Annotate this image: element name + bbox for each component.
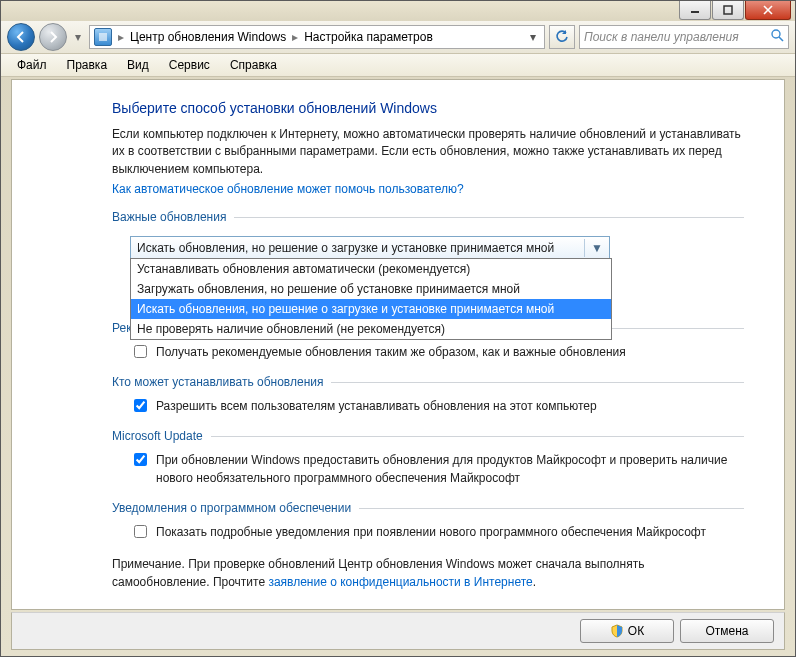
- menu-tools[interactable]: Сервис: [159, 56, 220, 74]
- legend-notify: Уведомления о программном обеспечении: [112, 501, 744, 515]
- recommended-label: Получать рекомендуемые обновления таким …: [156, 343, 626, 361]
- cancel-label: Отмена: [705, 624, 748, 638]
- dropdown-option[interactable]: Устанавливать обновления автоматически (…: [131, 259, 611, 279]
- dropdown-option[interactable]: Не проверять наличие обновлений (не реко…: [131, 319, 611, 339]
- cancel-button[interactable]: Отмена: [680, 619, 774, 643]
- dropdown-list: Устанавливать обновления автоматически (…: [130, 258, 612, 340]
- group-who-can-install: Кто может устанавливать обновления Разре…: [112, 375, 744, 415]
- allow-all-users-checkbox[interactable]: [134, 399, 147, 412]
- msupdate-checkbox[interactable]: [134, 453, 147, 466]
- dropdown-option[interactable]: Загружать обновления, но решение об уста…: [131, 279, 611, 299]
- address-bar[interactable]: ▸ Центр обновления Windows ▸ Настройка п…: [89, 25, 545, 49]
- svg-rect-1: [724, 6, 732, 14]
- breadcrumb-chevron-icon: ▸: [118, 30, 124, 44]
- navigation-bar: ▾ ▸ Центр обновления Windows ▸ Настройка…: [1, 21, 795, 54]
- chevron-down-icon: ▼: [584, 239, 603, 257]
- privacy-link[interactable]: заявление о конфиденциальности в Интерне…: [268, 575, 532, 589]
- search-placeholder: Поиск в панели управления: [584, 30, 739, 44]
- control-panel-icon: [94, 28, 112, 46]
- menu-edit[interactable]: Правка: [57, 56, 118, 74]
- msupdate-checkbox-row[interactable]: При обновлении Windows предоставить обно…: [130, 451, 744, 487]
- breadcrumb-level-1[interactable]: Центр обновления Windows: [130, 30, 286, 44]
- help-link[interactable]: Как автоматическое обновление может помо…: [112, 182, 464, 196]
- footer-bar: ОК Отмена: [11, 612, 785, 650]
- notify-label: Показать подробные уведомления при появл…: [156, 523, 706, 541]
- note-suffix: .: [533, 575, 536, 589]
- breadcrumb-level-2[interactable]: Настройка параметров: [304, 30, 433, 44]
- dropdown-selected: Искать обновления, но решение о загрузке…: [137, 239, 554, 257]
- svg-line-6: [779, 37, 783, 41]
- group-notifications: Уведомления о программном обеспечении По…: [112, 501, 744, 541]
- close-button[interactable]: [745, 1, 791, 20]
- intro-text: Если компьютер подключен к Интернету, мо…: [112, 126, 744, 178]
- legend-msupdate: Microsoft Update: [112, 429, 744, 443]
- menu-view[interactable]: Вид: [117, 56, 159, 74]
- dropdown-option-selected[interactable]: Искать обновления, но решение о загрузке…: [131, 299, 611, 319]
- msupdate-label: При обновлении Windows предоставить обно…: [156, 451, 744, 487]
- history-dropdown-icon[interactable]: ▾: [71, 27, 85, 47]
- menu-help[interactable]: Справка: [220, 56, 287, 74]
- legend-important: Важные обновления: [112, 210, 744, 224]
- svg-rect-4: [99, 33, 107, 41]
- title-bar: [1, 1, 795, 21]
- content-area: Выберите способ установки обновлений Win…: [11, 79, 785, 610]
- group-microsoft-update: Microsoft Update При обновлении Windows …: [112, 429, 744, 487]
- breadcrumb-chevron-icon: ▸: [292, 30, 298, 44]
- search-icon: [771, 29, 784, 45]
- ok-button[interactable]: ОК: [580, 619, 674, 643]
- refresh-button[interactable]: [549, 25, 575, 49]
- window: ▾ ▸ Центр обновления Windows ▸ Настройка…: [0, 0, 796, 657]
- shield-icon: [610, 624, 624, 638]
- recommended-checkbox-row[interactable]: Получать рекомендуемые обновления таким …: [130, 343, 744, 361]
- legend-who: Кто может устанавливать обновления: [112, 375, 744, 389]
- allow-all-users-label: Разрешить всем пользователям устанавлива…: [156, 397, 597, 415]
- recommended-checkbox[interactable]: [134, 345, 147, 358]
- ok-label: ОК: [628, 624, 644, 638]
- note-text: Примечание. При проверке обновлений Цент…: [112, 555, 744, 591]
- svg-point-5: [772, 30, 780, 38]
- minimize-button[interactable]: [679, 1, 711, 20]
- page-title: Выберите способ установки обновлений Win…: [112, 100, 744, 116]
- search-box[interactable]: Поиск в панели управления: [579, 25, 789, 49]
- maximize-button[interactable]: [712, 1, 744, 20]
- update-mode-dropdown[interactable]: Искать обновления, но решение о загрузке…: [130, 236, 610, 259]
- menu-file[interactable]: Файл: [7, 56, 57, 74]
- back-button[interactable]: [7, 23, 35, 51]
- group-important-updates: Важные обновления Искать обновления, но …: [112, 210, 744, 259]
- forward-button[interactable]: [39, 23, 67, 51]
- allow-all-users-row[interactable]: Разрешить всем пользователям устанавлива…: [130, 397, 744, 415]
- notify-checkbox-row[interactable]: Показать подробные уведомления при появл…: [130, 523, 744, 541]
- address-dropdown-icon[interactable]: ▾: [526, 30, 540, 44]
- notify-checkbox[interactable]: [134, 525, 147, 538]
- menu-bar: Файл Правка Вид Сервис Справка: [1, 54, 795, 77]
